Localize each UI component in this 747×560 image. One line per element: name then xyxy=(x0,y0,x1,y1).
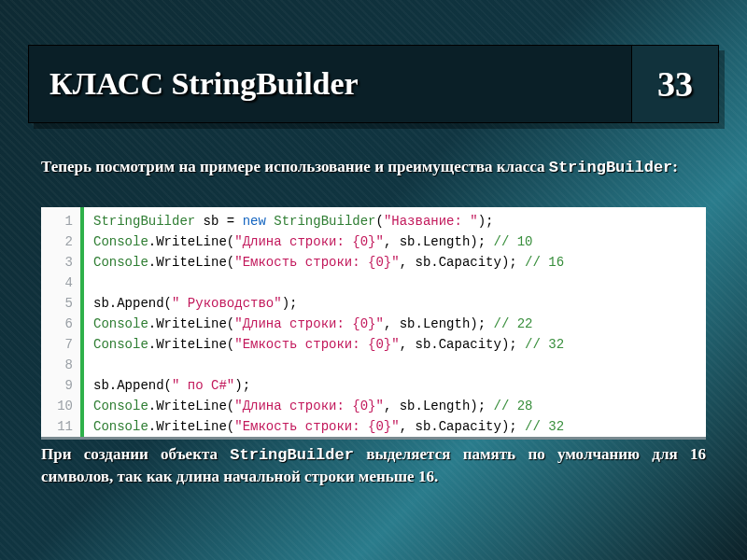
code-line: Console.WriteLine("Длина строки: {0}", s… xyxy=(93,314,564,334)
title-wrap: КЛАСС StringBuilder xyxy=(49,66,359,102)
code-line: sb.Append(" Руководство"); xyxy=(93,293,564,314)
outro-text: При создании объекта StringBuilder выдел… xyxy=(41,444,706,488)
line-number: 9 xyxy=(50,375,73,396)
code-line: Console.WriteLine("Емкость строки: {0}",… xyxy=(93,416,564,437)
code-token: ( xyxy=(375,214,383,229)
code-line xyxy=(93,273,564,293)
code-token: ); xyxy=(478,214,494,229)
code-token: , sb.Capacity); xyxy=(400,255,525,270)
code-token xyxy=(266,214,274,229)
code-token: .Append( xyxy=(109,296,172,311)
intro-class-name: StringBuilder xyxy=(549,159,673,176)
outro-class-name: StringBuilder xyxy=(230,446,354,464)
code-token: , sb.Length); xyxy=(384,234,494,249)
code-token: new xyxy=(243,214,266,229)
code-token: // 22 xyxy=(494,316,533,331)
code-token: , sb.Capacity); xyxy=(400,419,525,434)
code-token: "Длина строки: {0}" xyxy=(234,316,384,331)
code-line: Console.WriteLine("Длина строки: {0}", s… xyxy=(93,231,564,252)
intro-text: Теперь посмотрим на примере использовани… xyxy=(41,157,706,179)
code-body: StringBuilder sb = new StringBuilder("На… xyxy=(84,207,573,437)
code-token: ); xyxy=(234,378,250,393)
page-number-box: 33 xyxy=(631,46,718,122)
code-token: Console xyxy=(93,419,148,434)
code-token: Console xyxy=(93,316,148,331)
line-number: 2 xyxy=(50,231,73,252)
code-line: Console.WriteLine("Емкость строки: {0}",… xyxy=(93,334,564,355)
code-token: // 10 xyxy=(494,234,533,249)
code-token: , sb.Capacity); xyxy=(400,337,525,352)
line-number: 1 xyxy=(50,211,73,231)
code-token: // 32 xyxy=(525,419,564,434)
code-token: StringBuilder xyxy=(93,214,195,229)
code-line: StringBuilder sb = new StringBuilder("На… xyxy=(93,211,564,231)
line-gutter: 1234567891011 xyxy=(41,207,84,437)
code-token: "Емкость строки: {0}" xyxy=(234,419,399,434)
code-token: sb xyxy=(93,378,109,393)
code-line: sb.Append(" по C#"); xyxy=(93,375,564,396)
code-token: .WriteLine( xyxy=(148,337,234,352)
line-number: 6 xyxy=(50,314,73,334)
code-token: // 32 xyxy=(525,337,564,352)
code-token: .Append( xyxy=(109,378,172,393)
code-token: , sb.Length); xyxy=(384,399,494,413)
page-number: 33 xyxy=(657,63,693,105)
code-block: 1234567891011 StringBuilder sb = new Str… xyxy=(41,207,706,440)
code-token: "Название: " xyxy=(384,214,478,229)
line-number: 5 xyxy=(50,293,73,314)
line-number: 7 xyxy=(50,334,73,355)
intro-c: : xyxy=(672,158,678,175)
code-token: = xyxy=(227,214,243,229)
code-token: " Руководство" xyxy=(172,296,282,311)
outro-a: При создании объекта xyxy=(41,445,230,463)
code-token: "Емкость строки: {0}" xyxy=(234,255,399,270)
code-token: // 16 xyxy=(525,255,564,270)
code-token: " по C#" xyxy=(172,378,234,393)
code-token: StringBuilder xyxy=(274,214,375,229)
code-token: ); xyxy=(282,296,298,311)
line-number: 11 xyxy=(50,416,73,437)
code-line xyxy=(93,355,564,375)
code-token: // 28 xyxy=(494,399,533,413)
code-token: "Длина строки: {0}" xyxy=(234,399,384,413)
code-token: Console xyxy=(93,234,148,249)
code-token: , sb.Length); xyxy=(384,316,494,331)
line-number: 10 xyxy=(50,396,73,416)
code-token: sb xyxy=(195,214,227,229)
code-token: Console xyxy=(93,399,148,413)
code-line: Console.WriteLine("Емкость строки: {0}",… xyxy=(93,252,564,273)
intro-a: Теперь посмотрим на примере использовани… xyxy=(41,158,549,175)
code-token: .WriteLine( xyxy=(148,234,234,249)
code-token: sb xyxy=(93,296,109,311)
slide: КЛАСС StringBuilder 33 Теперь посмотрим … xyxy=(0,0,747,560)
code-token: "Длина строки: {0}" xyxy=(234,234,384,249)
line-number: 8 xyxy=(50,355,73,375)
code-token: .WriteLine( xyxy=(148,419,234,434)
slide-title: КЛАСС StringBuilder xyxy=(49,66,359,101)
code-token: .WriteLine( xyxy=(148,399,234,413)
code-token: .WriteLine( xyxy=(148,316,234,331)
code-token: Console xyxy=(93,255,148,270)
code-line: Console.WriteLine("Длина строки: {0}", s… xyxy=(93,396,564,416)
code-token: "Емкость строки: {0}" xyxy=(234,337,399,352)
line-number: 4 xyxy=(50,273,73,293)
code-token: Console xyxy=(93,337,148,352)
title-bar: КЛАСС StringBuilder 33 xyxy=(28,45,719,123)
code-token: .WriteLine( xyxy=(148,255,234,270)
line-number: 3 xyxy=(50,252,73,273)
